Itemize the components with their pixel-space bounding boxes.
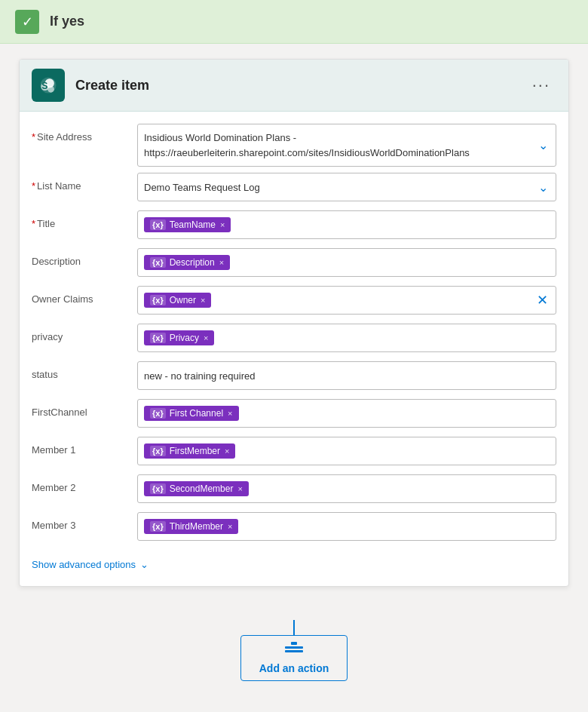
owner-token[interactable]: {x} Owner × (144, 293, 211, 308)
svg-rect-6 (285, 646, 303, 649)
svg-point-3 (47, 86, 54, 93)
card-body: *Site Address Insidious World Domination… (20, 112, 568, 586)
owner-claims-label: Owner Claims (32, 286, 137, 305)
secondmember-token-label: SecondMember (170, 483, 234, 494)
add-action-button[interactable]: Add an action (240, 635, 348, 681)
add-action-area: Add an action (240, 620, 348, 681)
first-channel-token-label: First Channel (170, 408, 223, 419)
description-token-label: Description (170, 257, 215, 268)
token-icon: {x} (150, 483, 166, 494)
svg-text:S: S (41, 81, 47, 91)
thirdmember-token[interactable]: {x} ThirdMember × (144, 519, 238, 534)
privacy-label: privacy (32, 324, 137, 342)
title-label: *Title (32, 210, 137, 229)
advanced-options-label: Show advanced options (32, 559, 136, 570)
list-name-dropdown-icon: ⌄ (538, 180, 548, 195)
owner-claims-clear-icon[interactable]: ✕ (537, 292, 548, 308)
list-name-value: Demo Teams Request Log (144, 182, 260, 193)
checkmark-icon: ✓ (15, 10, 39, 34)
member3-row: Member 3 {x} ThirdMember × (32, 512, 556, 544)
add-action-line (293, 620, 295, 635)
status-field[interactable]: new - no training required (137, 361, 556, 390)
create-item-card: S Create item ··· *Site Address Insidiou… (19, 59, 569, 587)
card-header: S Create item ··· (20, 60, 568, 112)
privacy-token[interactable]: {x} Privacy × (144, 330, 214, 345)
member2-row: Member 2 {x} SecondMember × (32, 474, 556, 506)
status-label: status (32, 361, 137, 380)
first-channel-token-close[interactable]: × (228, 409, 232, 418)
main-wrapper: ✓ If yes S Create item ··· (0, 0, 588, 712)
privacy-row: privacy {x} Privacy × (32, 324, 556, 355)
first-channel-token[interactable]: {x} First Channel × (144, 406, 239, 421)
privacy-token-close[interactable]: × (204, 333, 208, 342)
token-icon: {x} (150, 521, 166, 532)
title-row: *Title {x} TeamName × (32, 210, 556, 242)
card-title: Create item (75, 78, 526, 94)
firstmember-token[interactable]: {x} FirstMember × (144, 443, 235, 459)
card-more-button[interactable]: ··· (526, 74, 556, 97)
thirdmember-token-close[interactable]: × (228, 522, 232, 531)
teamname-token[interactable]: {x} TeamName × (144, 217, 231, 232)
svg-rect-7 (285, 650, 303, 652)
description-row: Description {x} Description × (32, 248, 556, 280)
site-address-row: *Site Address Insidious World Domination… (32, 124, 556, 167)
token-icon: {x} (150, 295, 166, 305)
description-token-close[interactable]: × (219, 258, 224, 267)
token-icon: {x} (150, 446, 166, 456)
member2-field[interactable]: {x} SecondMember × (137, 474, 556, 503)
description-field[interactable]: {x} Description × (137, 248, 556, 277)
member1-row: Member 1 {x} FirstMember × (32, 437, 556, 468)
token-icon: {x} (150, 257, 166, 268)
status-row: status new - no training required (32, 361, 556, 393)
member1-field[interactable]: {x} FirstMember × (137, 437, 556, 465)
svg-rect-5 (291, 642, 297, 645)
teamname-token-close[interactable]: × (220, 220, 225, 229)
owner-token-label: Owner (170, 295, 196, 305)
site-address-dropdown-icon: ⌄ (538, 137, 548, 155)
firstmember-token-close[interactable]: × (225, 447, 229, 456)
member3-label: Member 3 (32, 512, 137, 531)
secondmember-token-close[interactable]: × (237, 484, 242, 493)
owner-claims-field[interactable]: {x} Owner × ✕ (137, 286, 556, 315)
if-yes-banner: ✓ If yes (0, 0, 588, 44)
owner-claims-row: Owner Claims {x} Owner × ✕ (32, 286, 556, 318)
site-address-value: Insidious World Domination Plans - https… (144, 130, 528, 160)
firstmember-token-label: FirstMember (170, 446, 220, 456)
advanced-options-chevron-icon: ⌄ (140, 559, 149, 570)
member2-label: Member 2 (32, 474, 137, 493)
token-icon: {x} (150, 219, 166, 230)
owner-token-close[interactable]: × (201, 296, 205, 305)
advanced-options-row: Show advanced options ⌄ (32, 554, 556, 574)
token-icon: {x} (150, 408, 166, 419)
teamname-token-label: TeamName (170, 219, 216, 230)
site-address-field[interactable]: Insidious World Domination Plans - https… (137, 124, 556, 167)
token-icon: {x} (150, 333, 166, 343)
list-name-row: *List Name Demo Teams Request Log ⌄ (32, 173, 556, 204)
description-token[interactable]: {x} Description × (144, 255, 230, 270)
site-address-label: *Site Address (32, 124, 137, 143)
sharepoint-icon: S (32, 69, 65, 102)
privacy-field[interactable]: {x} Privacy × (137, 324, 556, 352)
show-advanced-options-button[interactable]: Show advanced options ⌄ (32, 559, 149, 570)
title-field[interactable]: {x} TeamName × (137, 210, 556, 239)
list-name-field[interactable]: Demo Teams Request Log ⌄ (137, 173, 556, 201)
secondmember-token[interactable]: {x} SecondMember × (144, 481, 249, 496)
if-yes-label: If yes (50, 14, 84, 29)
first-channel-row: FirstChannel {x} First Channel × (32, 399, 556, 431)
member1-label: Member 1 (32, 437, 137, 456)
privacy-token-label: Privacy (170, 333, 199, 343)
first-channel-label: FirstChannel (32, 399, 137, 418)
thirdmember-token-label: ThirdMember (170, 521, 223, 532)
add-action-icon (285, 642, 303, 659)
member3-field[interactable]: {x} ThirdMember × (137, 512, 556, 541)
status-value: new - no training required (144, 370, 255, 382)
list-name-label: *List Name (32, 173, 137, 192)
first-channel-field[interactable]: {x} First Channel × (137, 399, 556, 428)
description-label: Description (32, 248, 137, 267)
add-action-label: Add an action (259, 662, 329, 674)
